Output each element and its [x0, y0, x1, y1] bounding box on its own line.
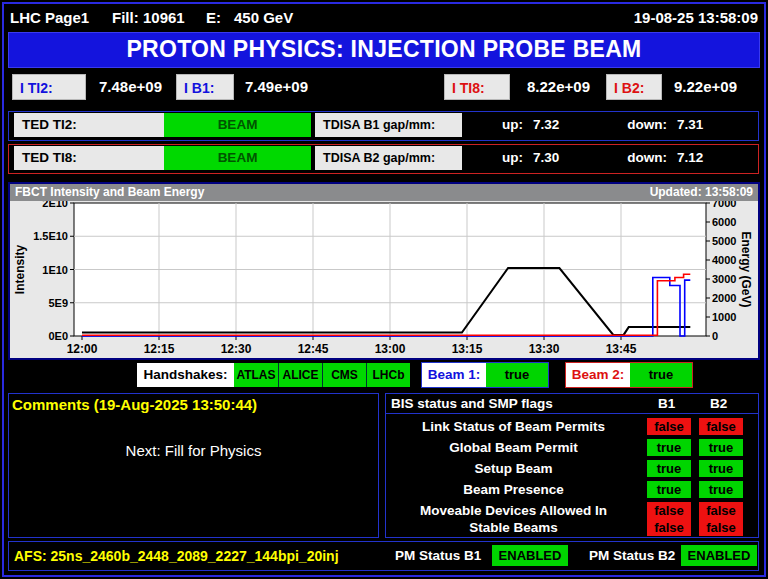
comments-body: Next: Fill for Physics: [9, 442, 378, 459]
bis-row-beam-presence: Beam Presence true true: [386, 480, 758, 500]
bis-status-panel: BIS status and SMP flags B1 B2 Link Stat…: [385, 393, 759, 538]
tdisa-b2-gap-label: TDISA B2 gap/mm:: [315, 146, 462, 170]
intensity-row: I TI2: 7.48e+09 I B1: 7.49e+09 I TI8: 8.…: [0, 74, 768, 102]
pm-status-b1-value: ENABLED: [492, 545, 568, 566]
ted-ti8-state: BEAM: [164, 146, 311, 170]
intensity-value-b1: 7.49e+09: [245, 74, 308, 100]
tdisa-b1-down-label: down:: [615, 113, 667, 137]
bis-flag-b2: false: [699, 502, 743, 519]
tdisa-b1-down-value: 7.31: [677, 113, 703, 137]
axis-tick-label: 3000: [712, 273, 736, 285]
tdisa-b2-down-value: 7.12: [677, 146, 703, 170]
beam1-handshake-value: true: [486, 363, 548, 387]
beam1-label: Beam 1:: [422, 363, 486, 387]
bis-row-global-permit: Global Beam Permit true true: [386, 438, 758, 458]
chart-updated: Updated: 13:58:09: [650, 184, 753, 201]
axis-tick-label: 4000: [712, 254, 736, 266]
comments-box: Comments (19-Aug-2025 13:50:44) Next: Fi…: [8, 393, 379, 538]
bis-flag-b1: true: [647, 481, 691, 498]
bis-flag-b2: true: [699, 460, 743, 477]
pm-status-b2-value: ENABLED: [681, 545, 757, 566]
bis-flag-b2: true: [699, 481, 743, 498]
tdisa-b1-up-value: 7.32: [533, 113, 559, 137]
fbct-intensity-energy-chart: 12:0012:1512:3012:4513:0013:1513:3013:45…: [10, 201, 754, 357]
axis-tick-label: 12:30: [221, 342, 252, 356]
axis-tick-label: 0E0: [48, 330, 68, 342]
intensity-value-b2: 9.22e+09: [674, 74, 737, 100]
chart-title-strip: FBCT Intensity and Beam Energy Updated: …: [10, 184, 758, 201]
tdisa-b1-up-label: up:: [489, 113, 523, 137]
ted-ti2-state: BEAM: [164, 113, 311, 137]
handshake-atlas: ATLAS: [234, 363, 278, 387]
bis-flag-b1: false: [647, 502, 691, 519]
bis-header: BIS status and SMP flags B1 B2: [386, 394, 758, 414]
bis-row-setup-beam: Setup Beam true true: [386, 459, 758, 479]
axis-tick-label: 1000: [712, 311, 736, 323]
tdisa-b2-up-value: 7.30: [533, 146, 559, 170]
lhc-page1-screen: { "header": { "app_title": "LHC Page1", …: [0, 0, 768, 579]
bis-row-label: Link Status of Beam Permits: [386, 417, 641, 437]
bis-row-label: Stable Beams: [386, 518, 641, 538]
tdisa-b2-up-label: up:: [489, 146, 523, 170]
top-header: LHC Page1 Fill: 10961 E: 450 GeV 19-08-2…: [10, 7, 758, 29]
comments-title: Comments (19-Aug-2025 13:50:44): [12, 396, 257, 413]
intensity-value-ti8: 8.22e+09: [527, 74, 590, 100]
bis-col-b2: B2: [710, 394, 727, 413]
y-right-axis-title: Energy (GeV): [739, 231, 753, 307]
bis-flag-b1: false: [647, 418, 691, 435]
bis-row-stable-beams: Stable Beams false false: [386, 518, 758, 538]
chart-title: FBCT Intensity and Beam Energy: [15, 184, 204, 201]
beam1-handshake-box: Beam 1: true: [421, 362, 549, 388]
afs-text: AFS: 25ns_2460b_2448_2089_2227_144bpi_20…: [14, 542, 339, 570]
intensity-value-ti2: 7.48e+09: [99, 74, 162, 100]
fill-label: Fill:: [112, 7, 139, 29]
bis-flag-b1: true: [647, 460, 691, 477]
ted-ti8-row: TED TI8: BEAM TDISA B2 gap/mm: up: 7.30 …: [8, 144, 759, 174]
intensity-label-b1: I B1:: [176, 74, 234, 100]
axis-tick-label: 6000: [712, 216, 736, 228]
bis-title: BIS status and SMP flags: [391, 394, 553, 413]
axis-tick-label: 0: [712, 330, 718, 342]
bis-col-b1: B1: [658, 394, 675, 413]
ted-ti2-label: TED TI2:: [14, 113, 164, 137]
handshake-lhcb: LHCb: [366, 363, 410, 387]
axis-tick-label: 13:15: [452, 342, 483, 356]
datetime: 19-08-25 13:58:09: [634, 7, 758, 29]
bis-row-label: Global Beam Permit: [386, 438, 641, 458]
beam2-label: Beam 2:: [566, 363, 630, 387]
axis-tick-label: 1.5E10: [33, 230, 68, 242]
bis-flag-b1: false: [647, 519, 691, 536]
tdisa-b1-gap-label: TDISA B1 gap/mm:: [315, 113, 462, 137]
pm-status-b1-label: PM Status B1: [395, 542, 481, 570]
handshake-alice: ALICE: [278, 363, 322, 387]
axis-tick-label: 13:30: [529, 342, 560, 356]
handshake-cms: CMS: [322, 363, 366, 387]
axis-tick-label: 13:45: [606, 342, 637, 356]
app-title: LHC Page1: [10, 7, 89, 29]
handshakes-row: Handshakes: ATLAS ALICE CMS LHCb Beam 1:…: [0, 362, 768, 389]
axis-tick-label: 2E10: [42, 201, 68, 209]
intensity-label-b2: I B2:: [606, 74, 662, 100]
tdisa-b2-down-label: down:: [615, 146, 667, 170]
axis-tick-label: 7000: [712, 201, 736, 209]
axis-tick-label: 2000: [712, 292, 736, 304]
axis-tick-label: 12:00: [67, 342, 98, 356]
bis-flag-b2: true: [699, 439, 743, 456]
energy-label: E:: [206, 7, 221, 29]
bis-row-label: Beam Presence: [386, 480, 641, 500]
bis-flag-b2: false: [699, 418, 743, 435]
axis-tick-label: 12:45: [298, 342, 329, 356]
footer-bar: AFS: 25ns_2460b_2448_2089_2227_144bpi_20…: [8, 541, 759, 571]
beam2-handshake-box: Beam 2: true: [565, 362, 693, 388]
y-left-axis-title: Intensity: [13, 245, 27, 295]
bis-flag-b1: true: [647, 439, 691, 456]
intensity-label-ti8: I TI8:: [444, 74, 510, 100]
pm-status-b2-label: PM Status B2: [589, 542, 675, 570]
fbct-chart-panel: FBCT Intensity and Beam Energy Updated: …: [8, 182, 760, 360]
axis-tick-label: 13:00: [375, 342, 406, 356]
bis-row-link-status: Link Status of Beam Permits false false: [386, 417, 758, 437]
page-title: PROTON PHYSICS: INJECTION PROBE BEAM: [8, 32, 760, 68]
axis-tick-label: 5000: [712, 235, 736, 247]
energy-value: 450 GeV: [234, 7, 293, 29]
intensity-label-ti2: I TI2:: [12, 74, 86, 100]
